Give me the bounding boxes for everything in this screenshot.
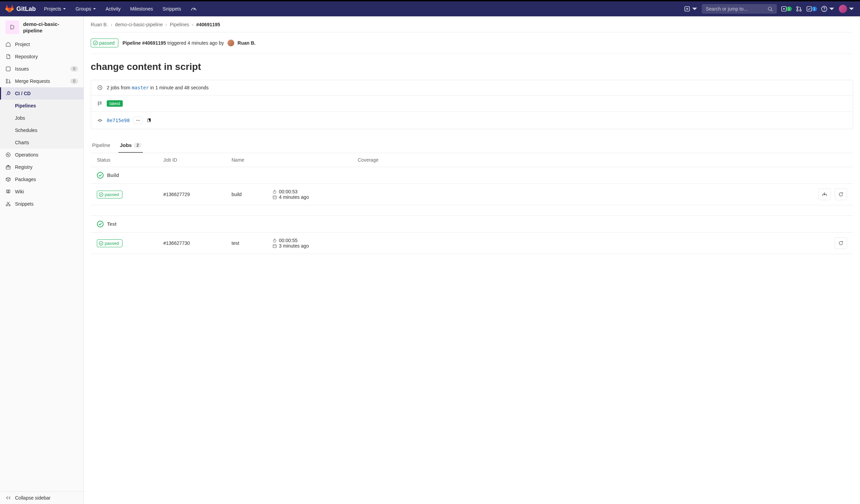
job-finished: 4 minutes ago (279, 195, 309, 200)
stage-name: Build (107, 173, 119, 178)
stopwatch-icon (272, 239, 277, 243)
nav-help-dropdown[interactable] (821, 6, 835, 12)
commit-icon (97, 118, 103, 123)
nav-create-dropdown[interactable] (684, 6, 698, 12)
nav-projects[interactable]: Projects (40, 3, 70, 15)
chevron-down-icon (848, 6, 855, 12)
gitlab-logo[interactable]: GitLab (5, 5, 36, 13)
table-header: Status Job ID Name Coverage (91, 153, 853, 167)
col-header-coverage: Coverage (358, 157, 809, 163)
check-circle-icon (97, 221, 104, 228)
tab-pipeline[interactable]: Pipeline (91, 138, 112, 153)
job-row: passed #136627729 build 00:00:53 4 minut… (91, 184, 853, 205)
nav-mr-link[interactable] (796, 6, 802, 12)
copy-sha-button[interactable] (147, 118, 152, 123)
navbar-menu: Projects Groups Activity Milestones Snip… (40, 3, 201, 15)
home-icon (5, 42, 11, 47)
svg-rect-16 (6, 166, 10, 169)
sidebar-project-header[interactable]: D demo-ci-basic-pipeline (0, 16, 84, 38)
svg-point-23 (138, 120, 139, 121)
breadcrumb-project[interactable]: demo-ci-basic-pipeline (115, 22, 163, 27)
svg-point-4 (797, 6, 798, 8)
sidebar-item-packages[interactable]: Packages (0, 173, 84, 186)
chevron-down-icon (829, 6, 835, 12)
breadcrumb-pipelines[interactable]: Pipelines (170, 22, 189, 27)
sidebar-item-operations[interactable]: Operations (0, 149, 84, 161)
stage-row-build: Build (91, 167, 853, 184)
top-navbar: GitLab Projects Groups Activity Mileston… (0, 0, 860, 16)
svg-point-24 (139, 120, 140, 121)
project-name: demo-ci-basic-pipeline (23, 21, 78, 34)
nav-user-dropdown[interactable] (839, 5, 855, 13)
job-status-badge[interactable]: passed (97, 191, 123, 199)
issues-icon (5, 66, 11, 72)
pipeline-header: passed Pipeline #40691195 triggered 4 mi… (91, 32, 853, 54)
sidebar-item-wiki[interactable]: Wiki (0, 186, 84, 198)
brand-text: GitLab (16, 5, 36, 13)
svg-point-13 (9, 82, 10, 83)
svg-point-14 (9, 92, 9, 93)
collapse-sidebar-button[interactable]: Collapse sidebar (0, 491, 84, 504)
author-avatar[interactable] (227, 40, 234, 46)
pipeline-status-badge: passed (91, 39, 118, 47)
svg-point-22 (137, 120, 137, 121)
sidebar-sub-schedules[interactable]: Schedules (0, 124, 84, 136)
sidebar-sub-charts[interactable]: Charts (0, 136, 84, 149)
job-status-badge[interactable]: passed (97, 240, 123, 247)
gitlab-icon (5, 5, 14, 13)
jobs-count-badge: 2 (134, 143, 142, 148)
jobs-table: Status Job ID Name Coverage Build passed… (91, 153, 853, 254)
project-avatar: D (5, 20, 19, 34)
user-avatar (839, 5, 847, 13)
check-circle-icon (93, 41, 98, 45)
nav-issues-link[interactable]: 1 (781, 6, 792, 12)
job-name[interactable]: test (231, 241, 272, 246)
tab-jobs[interactable]: Jobs2 (118, 138, 143, 153)
latest-label: latest (107, 100, 123, 107)
job-id[interactable]: #136627729 (163, 192, 231, 197)
svg-point-9 (824, 10, 825, 11)
pipeline-author[interactable]: Ruan B. (238, 40, 256, 46)
job-finished: 3 minutes ago (279, 243, 309, 249)
check-circle-icon (99, 241, 103, 246)
breadcrumb-user[interactable]: Ruan B. (91, 22, 108, 27)
svg-point-18 (9, 205, 10, 206)
more-commit-button[interactable] (134, 117, 143, 124)
retry-job-button[interactable] (835, 189, 847, 200)
col-header-name: Name (231, 157, 272, 163)
job-name[interactable]: build (231, 192, 272, 197)
retry-job-button[interactable] (835, 237, 847, 249)
sidebar-item-issues[interactable]: Issues0 (0, 63, 84, 75)
sidebar-sub-jobs[interactable]: Jobs (0, 112, 84, 124)
sidebar-item-repository[interactable]: Repository (0, 51, 84, 63)
job-id[interactable]: #136627730 (163, 241, 231, 246)
check-circle-icon (97, 172, 104, 179)
mr-icon (5, 78, 11, 84)
sidebar-item-registry[interactable]: Registry (0, 161, 84, 173)
search-box[interactable] (702, 4, 777, 14)
search-input[interactable] (706, 6, 768, 12)
file-icon (5, 54, 11, 59)
col-header-status: Status (97, 157, 163, 163)
sidebar-item-cicd[interactable]: CI / CD (0, 87, 84, 100)
nav-milestones[interactable]: Milestones (126, 3, 157, 15)
wiki-icon (5, 189, 11, 195)
sidebar-item-project[interactable]: Project (0, 38, 84, 51)
issues-badge: 1 (786, 6, 792, 11)
nav-activity[interactable]: Activity (102, 3, 125, 15)
sidebar-item-snippets[interactable]: Snippets (0, 198, 84, 210)
svg-point-3 (783, 8, 785, 10)
download-artifacts-button[interactable] (818, 189, 831, 200)
svg-point-5 (797, 10, 798, 11)
branch-link[interactable]: master (132, 85, 149, 90)
commit-sha-link[interactable]: 0e715e98 (107, 118, 130, 123)
sidebar-item-mr[interactable]: Merge Requests0 (0, 75, 84, 87)
nav-snippets[interactable]: Snippets (159, 3, 185, 15)
job-duration: 00:00:53 (279, 189, 298, 195)
nav-groups[interactable]: Groups (72, 3, 100, 15)
nav-todos-link[interactable]: 1 (806, 6, 817, 12)
sidebar-sub-pipelines[interactable]: Pipelines (0, 100, 84, 112)
chevron-down-icon (93, 7, 96, 11)
calendar-icon (272, 244, 277, 248)
nav-performance-icon[interactable] (187, 3, 201, 15)
